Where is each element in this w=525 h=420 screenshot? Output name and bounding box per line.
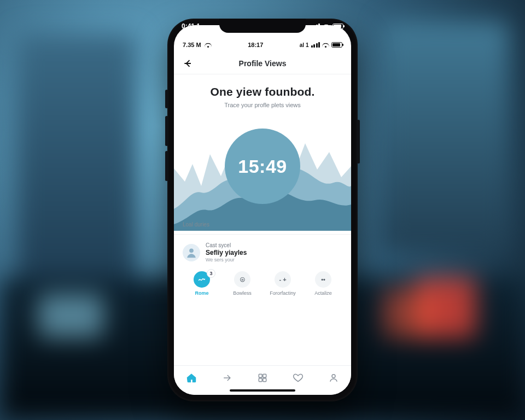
stat-label: Fororfactiny <box>270 290 296 296</box>
device-status-bar: 0:41 1 <box>167 21 358 32</box>
viewer-line3: We sers your <box>206 257 247 262</box>
stat-bubble: ⦾ <box>234 271 250 288</box>
app-status-left: 7.35 M <box>183 42 201 48</box>
app-status-right: al 1 <box>300 42 309 48</box>
divider <box>174 234 351 235</box>
stat-row: 3 Rome ⦾ Bowless - + Fororfactiny •• Act… <box>174 267 351 301</box>
device-time: 0:41 1 <box>182 22 200 30</box>
wifi-icon <box>323 24 330 29</box>
chart-center-value: 15:49 <box>238 156 287 177</box>
svg-rect-1 <box>259 374 262 377</box>
stat-glyph: - + <box>279 276 286 283</box>
arrow-right-icon <box>221 372 232 383</box>
stat-label: Rome <box>195 290 208 296</box>
nav-header: Profile Views <box>174 52 351 74</box>
svg-rect-4 <box>263 378 266 381</box>
hero-headline: One yiew founbod. <box>185 85 340 98</box>
stat-glyph: •• <box>321 276 325 283</box>
svg-point-0 <box>189 248 194 253</box>
back-button[interactable] <box>180 56 196 71</box>
stat-bubble: 3 <box>194 271 210 288</box>
person-icon <box>328 372 339 383</box>
stat-bubble: - + <box>275 271 291 288</box>
phone-frame: 0:41 1 7.35 M 18:17 al 1 P <box>167 19 358 401</box>
home-icon <box>186 372 197 383</box>
battery-icon <box>331 42 342 48</box>
stat-label: Actalize <box>314 290 332 296</box>
power-button <box>357 120 360 164</box>
arrow-left-icon <box>183 58 194 69</box>
hero-section: One yiew founbod. Trace your profle plet… <box>174 74 351 108</box>
avatar <box>183 244 200 261</box>
tab-profile[interactable] <box>323 369 345 387</box>
grid-icon <box>257 372 268 383</box>
wifi-icon <box>205 42 212 48</box>
cellular-icon <box>311 42 320 48</box>
stat-bowless[interactable]: ⦾ Bowless <box>222 271 262 296</box>
heart-icon <box>293 372 304 383</box>
hero-subline: Trace your profle plets views <box>185 102 340 108</box>
cellular-icon <box>311 24 320 29</box>
stat-bubble: •• <box>315 271 331 288</box>
app-status-bar: 7.35 M 18:17 al 1 <box>174 37 351 52</box>
chart-caption: Loal duries <box>183 221 209 228</box>
app-screen: 7.35 M 18:17 al 1 Profile Views One yiew… <box>174 25 351 395</box>
volume-up-button <box>165 116 168 146</box>
stat-actalize[interactable]: •• Actalize <box>303 271 343 296</box>
app-status-center: 18:17 <box>248 42 263 48</box>
stat-badge: 3 <box>207 269 215 278</box>
squiggle-icon <box>197 275 206 284</box>
viewer-line1: Cast sycel <box>206 242 247 248</box>
stat-label: Bowless <box>233 290 252 296</box>
battery-icon <box>332 24 343 29</box>
chart-center-circle: 15:49 <box>225 129 300 204</box>
tab-home[interactable] <box>180 369 202 387</box>
home-indicator <box>230 389 295 392</box>
stat-fororfactiny[interactable]: - + Fororfactiny <box>262 271 303 296</box>
side-button <box>165 90 168 108</box>
svg-point-5 <box>332 374 335 377</box>
device-status-icons <box>311 24 344 29</box>
tab-next[interactable] <box>216 369 238 387</box>
page-title: Profile Views <box>239 59 287 68</box>
viewer-row[interactable]: Cast sycel Sefliy yiayles We sers your <box>174 238 351 267</box>
volume-down-button <box>165 151 168 181</box>
chart-area: 15:49 Loal duries <box>174 116 351 231</box>
person-icon <box>185 247 197 259</box>
stat-rome[interactable]: 3 Rome <box>182 271 222 296</box>
tab-grid[interactable] <box>252 369 273 387</box>
viewer-line2: Sefliy yiayles <box>206 249 247 256</box>
wifi-icon <box>322 42 329 48</box>
viewer-meta: Cast sycel Sefliy yiayles We sers your <box>206 242 247 262</box>
svg-rect-2 <box>263 374 266 377</box>
tab-likes[interactable] <box>287 369 309 387</box>
stat-glyph: ⦾ <box>240 276 245 283</box>
svg-rect-3 <box>259 378 262 381</box>
